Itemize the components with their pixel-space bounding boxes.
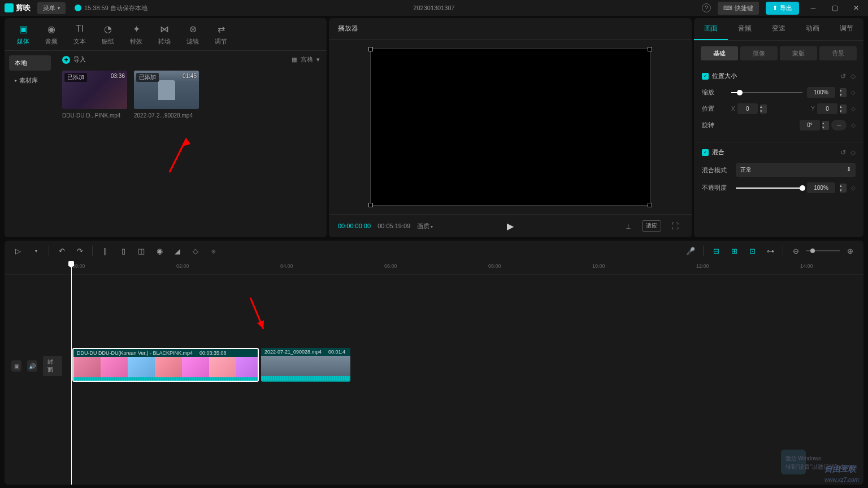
close-button[interactable]: ✕ [849, 2, 863, 14]
tab-picture[interactable]: 画面 [694, 18, 728, 40]
checkbox-icon[interactable]: ✓ [702, 149, 709, 156]
tab-filter[interactable]: ⊛滤镜 [186, 23, 199, 46]
subtab-basic[interactable]: 基础 [701, 46, 738, 60]
video-clip[interactable]: 2022-07-21_090028.mp400:01:4 [261, 348, 350, 382]
zoom-in-icon[interactable]: ⊕ [842, 244, 858, 258]
shortcut-button[interactable]: ⌨ 快捷键 [718, 2, 759, 15]
opacity-slider[interactable] [736, 188, 802, 189]
subtab-mask[interactable]: 蒙版 [780, 46, 817, 60]
undo-button[interactable]: ↶ [54, 244, 70, 258]
stepper[interactable]: ▴▾ [840, 104, 847, 114]
keyframe-icon[interactable]: ◇ [851, 185, 856, 191]
position-y[interactable]: 0 [817, 103, 837, 114]
zoom-out-icon[interactable]: ⊖ [788, 244, 804, 258]
timeline-ruler[interactable]: 00:00 02:00 04:00 06:00 08:00 10:00 12:0… [5, 261, 863, 274]
preview-axis-icon[interactable]: ⊡ [744, 244, 760, 258]
zoom-slider[interactable] [806, 250, 840, 251]
ratio-button[interactable]: 适应 [642, 220, 661, 232]
media-duration: 01:45 [183, 73, 197, 79]
mic-icon[interactable]: 🎤 [683, 244, 698, 258]
tab-audio-props[interactable]: 音频 [728, 18, 762, 40]
help-icon[interactable]: ? [702, 3, 711, 12]
sidebar-local[interactable]: 本地 [9, 55, 51, 71]
tab-transition[interactable]: ⋈转场 [158, 23, 171, 46]
app-name: 剪映 [16, 3, 31, 13]
scale-value[interactable]: 100% [807, 87, 835, 98]
rotate-tool[interactable]: ◇ [188, 244, 203, 258]
keyframe-icon[interactable]: ◇ [851, 89, 856, 95]
rotation-value[interactable]: 0° [800, 120, 820, 130]
tab-color[interactable]: 调节 [830, 18, 863, 40]
crop-tool[interactable]: ⟐ [206, 244, 222, 258]
mute-icon[interactable]: 🔊 [27, 360, 37, 372]
tab-adjust[interactable]: ⇄调节 [215, 23, 227, 46]
sidebar-library[interactable]: ▸素材库 [9, 73, 51, 88]
position-size-header: ✓ 位置大小 ↺◇ [702, 72, 856, 80]
select-tool[interactable]: ▷ [10, 244, 26, 258]
link-icon[interactable]: ⊶ [762, 244, 778, 258]
reset-icon[interactable]: ↺ [840, 72, 846, 80]
flip-button[interactable]: ─ [831, 120, 847, 130]
quality-selector[interactable]: 画质 [417, 222, 433, 230]
redo-button[interactable]: ↷ [72, 244, 88, 258]
stepper[interactable]: ▴▾ [840, 88, 847, 97]
tab-text[interactable]: TI文本 [73, 23, 86, 46]
view-controls[interactable]: ▦ 宫格 ▾ [292, 55, 320, 64]
chevron-down-icon[interactable]: ▾ [28, 244, 44, 258]
keyframe-icon[interactable]: ◇ [851, 106, 856, 112]
snap-adjacent-icon[interactable]: ⊞ [726, 244, 742, 258]
tab-animation[interactable]: 动画 [796, 18, 830, 40]
reset-icon[interactable]: ↺ [840, 149, 846, 156]
added-badge: 已添加 [136, 73, 159, 82]
record-tool[interactable]: ◉ [151, 244, 167, 258]
tab-speed[interactable]: 变速 [762, 18, 796, 40]
cover-button[interactable]: 封面 [43, 356, 62, 376]
stepper[interactable]: ▴▾ [760, 104, 767, 114]
lock-icon[interactable]: ▣ [11, 360, 21, 372]
position-x[interactable]: 0 [737, 103, 758, 114]
subtab-cutout[interactable]: 抠像 [740, 46, 778, 60]
compare-icon[interactable]: ⟂ [620, 219, 636, 233]
preview-canvas[interactable] [329, 40, 692, 214]
resize-handle[interactable] [368, 203, 373, 207]
resize-handle[interactable] [648, 47, 652, 51]
scale-slider[interactable] [731, 92, 802, 93]
import-button[interactable]: 导入 [62, 55, 86, 64]
blend-mode-label: 混合模式 [702, 166, 731, 175]
stepper[interactable]: ▴▾ [822, 121, 829, 130]
video-track[interactable]: DDU-DU DDU-DU(Korean Ver.) - BLACKPINK.m… [69, 348, 863, 384]
video-clip[interactable]: DDU-DU DDU-DU(Korean Ver.) - BLACKPINK.m… [72, 348, 259, 382]
keyframe-icon[interactable]: ◇ [850, 149, 856, 156]
tab-sticker[interactable]: ◔贴纸 [102, 23, 114, 46]
snap-main-icon[interactable]: ⊟ [708, 244, 724, 258]
delete-left-tool[interactable]: ▯ [115, 244, 131, 258]
tab-audio[interactable]: ◉音频 [45, 23, 58, 46]
tab-effects[interactable]: ✦特效 [130, 23, 142, 46]
media-item[interactable]: 已添加 03:36 DDU-DU D...PINK.mp4 [62, 71, 127, 119]
fullscreen-icon[interactable]: ⛶ [667, 219, 683, 233]
split-tool[interactable]: ‖ [97, 244, 113, 258]
export-button[interactable]: ⬆ 导出 [766, 2, 799, 15]
keyframe-icon[interactable]: ◇ [851, 122, 856, 128]
resize-handle[interactable] [648, 203, 652, 207]
menu-button[interactable]: 菜单 [37, 2, 66, 14]
keyframe-icon[interactable]: ◇ [850, 72, 856, 80]
opacity-value[interactable]: 100% [807, 182, 835, 193]
delete-right-tool[interactable]: ◫ [133, 244, 149, 258]
play-button[interactable]: ▶ [507, 221, 514, 232]
checkbox-icon[interactable]: ✓ [702, 73, 709, 80]
maximize-button[interactable]: ▢ [827, 2, 842, 14]
minimize-button[interactable]: ─ [806, 2, 821, 14]
blend-mode-select[interactable]: 正常⇕ [736, 163, 856, 177]
subtab-background[interactable]: 背景 [819, 46, 857, 60]
preview-frame[interactable] [370, 49, 650, 206]
resize-handle[interactable] [368, 47, 373, 51]
timeline[interactable]: 00:00 02:00 04:00 06:00 08:00 10:00 12:0… [5, 261, 863, 485]
media-item[interactable]: 已添加 01:45 2022-07-2...90028.mp4 [134, 71, 199, 119]
blend-header: ✓ 混合 ↺◇ [702, 148, 856, 156]
stepper[interactable]: ▴▾ [840, 184, 847, 193]
tab-media[interactable]: ▣媒体 [17, 23, 29, 46]
playhead[interactable] [71, 261, 72, 485]
mirror-tool[interactable]: ◢ [170, 244, 185, 258]
preview-title: 播放器 [329, 18, 692, 40]
